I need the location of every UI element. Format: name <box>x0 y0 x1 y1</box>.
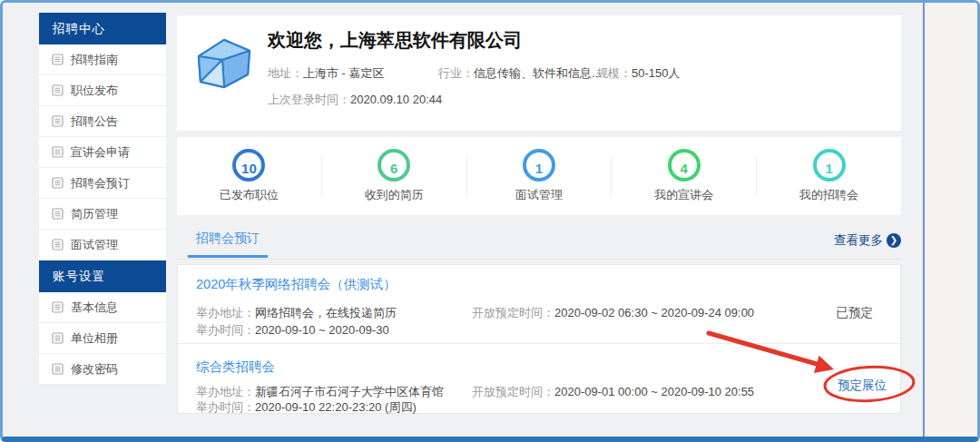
sidebar: 招聘中心 招聘指南 职位发布 招聘公告 宣讲会申请 招聘会预订 简历管理 面试管… <box>39 13 166 385</box>
stat-value-circle: 10 <box>232 149 265 182</box>
sidebar-item-job-fair-booking[interactable]: 招聘会预订 <box>39 168 166 199</box>
sidebar-item-label: 简历管理 <box>71 206 118 222</box>
fair-venue: 举办地址：网络招聘会，在线投递简历 <box>196 305 397 321</box>
sidebar-item-label: 职位发布 <box>71 83 118 99</box>
sidebar-item-label: 基本信息 <box>71 300 118 316</box>
sidebar-item-job-posting[interactable]: 职位发布 <box>39 75 166 106</box>
sidebar-item-basic-info[interactable]: 基本信息 <box>39 292 166 323</box>
stat-my-presentations[interactable]: 4 我的宣讲会 <box>612 149 756 203</box>
stat-value-circle: 6 <box>377 149 410 182</box>
document-lines-icon <box>52 177 64 189</box>
stats-panel: 10 已发布职位 6 收到的简历 1 面试管理 4 我的宣讲会 1 我的招聘会 <box>177 137 901 215</box>
fair-booking-window: 开放预定时间：2020-09-01 00:00 ~ 2020-09-10 20:… <box>472 384 754 400</box>
sidebar-item-label: 宣讲会申请 <box>71 144 130 161</box>
sidebar-item-label: 单位相册 <box>71 330 118 347</box>
sidebar-item-company-album[interactable]: 单位相册 <box>39 323 166 354</box>
stat-label: 收到的简历 <box>322 187 466 203</box>
status-booked: 已预定 <box>837 305 874 321</box>
fair-title-link[interactable]: 综合类招聘会 <box>196 359 275 376</box>
stat-label: 已发布职位 <box>177 187 321 203</box>
fair-time: 举办时间：2020-09-10 22:20-23:20 (周四) <box>196 399 416 416</box>
book-booth-link[interactable]: 预定展位 <box>838 378 887 394</box>
sidebar-item-label: 招聘指南 <box>71 52 118 68</box>
company-scale: 规模：50-150人 <box>596 65 680 82</box>
sidebar-section-recruitment-center[interactable]: 招聘中心 <box>39 13 166 44</box>
job-fair-list: 2020年秋季网络招聘会（供测试） 举办地址：网络招聘会，在线投递简历 举办时间… <box>177 264 901 414</box>
circle-chevron-right-icon: ❯ <box>887 233 901 248</box>
fair-venue: 举办地址：新疆石河子市石河子大学中区体育馆 <box>196 384 444 400</box>
sidebar-item-presentation-application[interactable]: 宣讲会申请 <box>39 137 166 168</box>
stat-value-circle: 1 <box>813 149 846 182</box>
fair-booking-window: 开放预定时间：2020-09-02 06:30 ~ 2020-09-24 09:… <box>472 305 754 321</box>
document-lines-icon <box>52 301 64 313</box>
last-login-time: 上次登录时间：2020.09.10 20:44 <box>268 92 442 108</box>
stat-my-job-fairs[interactable]: 1 我的招聘会 <box>757 149 901 203</box>
sidebar-item-label: 面试管理 <box>71 237 118 253</box>
stat-value-circle: 4 <box>668 149 701 182</box>
document-lines-icon <box>52 84 64 96</box>
stat-published-jobs[interactable]: 10 已发布职位 <box>177 149 321 203</box>
page-right-gutter <box>923 3 977 437</box>
stat-label: 我的招聘会 <box>757 187 901 203</box>
welcome-title: 欢迎您，上海萃思软件有限公司 <box>268 28 522 53</box>
fair-title-link[interactable]: 2020年秋季网络招聘会（供测试） <box>196 276 397 293</box>
sidebar-item-recruitment-guide[interactable]: 招聘指南 <box>39 44 166 75</box>
document-lines-icon <box>52 363 64 375</box>
sidebar-section-account-settings[interactable]: 账号设置 <box>39 260 166 292</box>
document-lines-icon <box>52 115 64 127</box>
sidebar-item-recruitment-announcement[interactable]: 招聘公告 <box>39 106 166 137</box>
sidebar-item-change-password[interactable]: 修改密码 <box>39 354 166 385</box>
tab-job-fair-booking[interactable]: 招聘会预订 <box>188 231 268 258</box>
stat-label: 面试管理 <box>467 187 612 203</box>
company-logo <box>191 29 257 94</box>
sidebar-item-label: 招聘会预订 <box>71 175 130 192</box>
stat-label: 我的宣讲会 <box>612 187 756 203</box>
job-fair-row: 2020年秋季网络招聘会（供测试） 举办地址：网络招聘会，在线投递简历 举办时间… <box>178 265 900 344</box>
sidebar-item-label: 修改密码 <box>71 361 118 378</box>
company-industry: 行业：信息传输、软件和信息... <box>438 65 602 82</box>
job-fair-row: 综合类招聘会 举办地址：新疆石河子市石河子大学中区体育馆 举办时间：2020-0… <box>178 344 900 413</box>
document-lines-icon <box>52 208 64 220</box>
fair-time: 举办时间：2020-09-10 ~ 2020-09-30 <box>196 322 389 339</box>
sidebar-item-label: 招聘公告 <box>71 113 118 130</box>
document-lines-icon <box>52 239 64 250</box>
document-lines-icon <box>52 146 64 158</box>
view-more-link[interactable]: 查看更多 ❯ <box>834 232 901 249</box>
document-lines-icon <box>52 54 64 65</box>
document-lines-icon <box>52 332 64 344</box>
app-window: 招聘中心 招聘指南 职位发布 招聘公告 宣讲会申请 招聘会预订 简历管理 面试管… <box>0 0 980 442</box>
welcome-card: 欢迎您，上海萃思软件有限公司 地址：上海市 - 嘉定区 行业：信息传输、软件和信… <box>177 15 901 131</box>
sidebar-item-resume-management[interactable]: 简历管理 <box>39 199 166 230</box>
sidebar-item-interview-management[interactable]: 面试管理 <box>39 230 166 260</box>
company-address: 地址：上海市 - 嘉定区 <box>268 65 385 82</box>
stat-interview-management[interactable]: 1 面试管理 <box>467 149 612 203</box>
section-tab-bar: 招聘会预订 查看更多 ❯ <box>177 226 901 260</box>
stat-received-resumes[interactable]: 6 收到的简历 <box>322 149 466 203</box>
stat-value-circle: 1 <box>523 149 555 182</box>
